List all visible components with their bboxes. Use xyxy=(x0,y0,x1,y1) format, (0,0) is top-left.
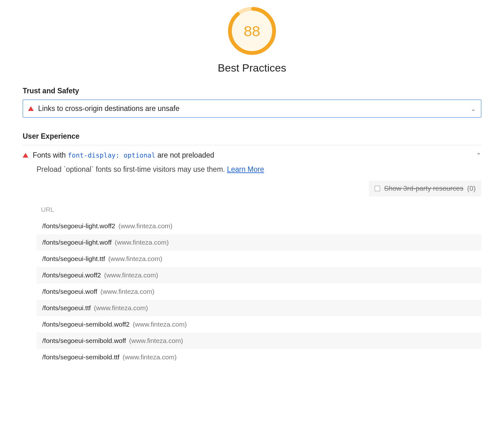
url-path: /fonts/segoeui-semibold.ttf xyxy=(42,353,119,361)
url-path: /fonts/segoeui-light.ttf xyxy=(42,255,105,263)
chevron-up-icon: ⌃ xyxy=(476,152,481,159)
url-path: /fonts/segoeui.woff2 xyxy=(42,271,101,279)
url-table: URL /fonts/segoeui-light.woff2(www.finte… xyxy=(37,203,481,365)
third-party-label: Show 3rd-party resources xyxy=(384,184,463,193)
table-row: /fonts/segoeui-light.woff(www.finteza.co… xyxy=(37,234,481,251)
url-host: (www.finteza.com) xyxy=(129,337,183,345)
audit-title: Fonts with font-display: optional are no… xyxy=(33,151,472,160)
url-host: (www.finteza.com) xyxy=(115,239,169,246)
url-path: /fonts/segoeui-light.woff2 xyxy=(42,222,115,230)
url-host: (www.finteza.com) xyxy=(108,255,163,263)
section-heading-ux: User Experience xyxy=(23,132,481,141)
score-gauge-section: 88 Best Practices xyxy=(23,6,481,74)
audit-title: Links to cross-origin destinations are u… xyxy=(38,104,466,113)
checkbox-icon[interactable] xyxy=(375,186,380,191)
table-row: /fonts/segoeui-semibold.woff2(www.fintez… xyxy=(37,316,481,333)
url-host: (www.finteza.com) xyxy=(118,222,173,230)
url-path: /fonts/segoeui-light.woff xyxy=(42,239,112,246)
url-path: /fonts/segoeui-semibold.woff2 xyxy=(42,321,129,328)
table-row: /fonts/segoeui-light.ttf(www.finteza.com… xyxy=(37,251,481,267)
score-value: 88 xyxy=(227,6,277,56)
table-row: /fonts/segoeui-light.woff2(www.finteza.c… xyxy=(37,218,481,234)
score-gauge: 88 xyxy=(227,6,277,56)
table-row: /fonts/segoeui.woff(www.finteza.com) xyxy=(37,283,481,300)
chevron-down-icon: ⌄ xyxy=(471,105,476,113)
third-party-toggle[interactable]: Show 3rd-party resources (0) xyxy=(369,181,481,196)
warning-triangle-icon xyxy=(28,106,34,111)
section-heading-trust: Trust and Safety xyxy=(23,87,481,95)
url-host: (www.finteza.com) xyxy=(104,271,158,279)
table-row: /fonts/segoeui.woff2(www.finteza.com) xyxy=(37,267,481,283)
audit-description: Preload `optional` fonts so first-time v… xyxy=(37,165,481,174)
table-row: /fonts/segoeui-semibold.ttf(www.finteza.… xyxy=(37,349,481,365)
url-host: (www.finteza.com) xyxy=(94,304,148,312)
table-header-url: URL xyxy=(37,203,481,218)
url-path: /fonts/segoeui.woff xyxy=(42,288,97,295)
table-row: /fonts/segoeui.ttf(www.finteza.com) xyxy=(37,300,481,316)
url-path: /fonts/segoeui-semibold.woff xyxy=(42,337,126,345)
warning-triangle-icon xyxy=(23,153,28,158)
table-row: /fonts/segoeui-semibold.woff(www.finteza… xyxy=(37,333,481,349)
audit-cross-origin-links[interactable]: Links to cross-origin destinations are u… xyxy=(23,100,481,118)
audit-title-code: font-display: optional xyxy=(68,152,155,159)
url-path: /fonts/segoeui.ttf xyxy=(42,304,91,312)
audit-description-text: Preload `optional` fonts so first-time v… xyxy=(37,165,227,173)
url-host: (www.finteza.com) xyxy=(123,353,177,361)
category-title: Best Practices xyxy=(218,62,286,74)
audit-font-display-optional[interactable]: Fonts with font-display: optional are no… xyxy=(23,150,481,165)
url-host: (www.finteza.com) xyxy=(100,288,155,295)
learn-more-link[interactable]: Learn More xyxy=(227,165,264,173)
url-host: (www.finteza.com) xyxy=(133,321,187,328)
third-party-count: (0) xyxy=(467,184,476,193)
audit-title-post: are not preloaded xyxy=(155,151,214,159)
divider xyxy=(23,145,481,145)
audit-title-pre: Fonts with xyxy=(33,151,68,159)
